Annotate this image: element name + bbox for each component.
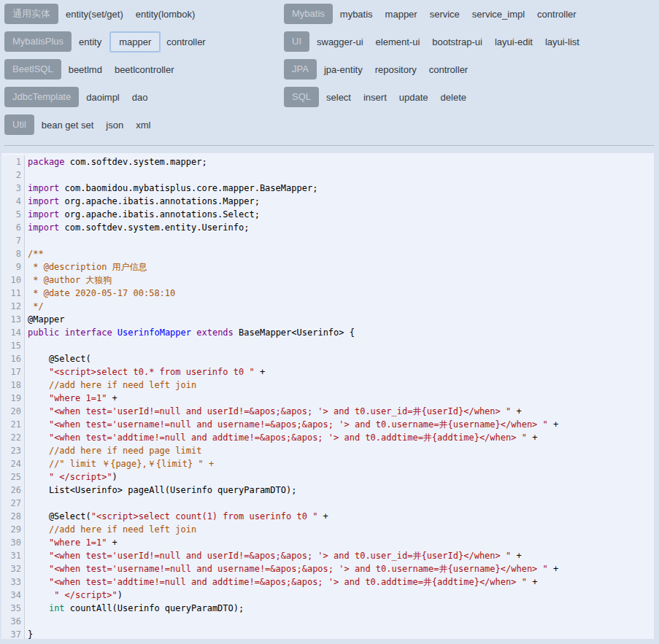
code-line[interactable]: 21 "<when test='username!=null and usern… (1, 418, 654, 431)
tag-group-row: UIswagger-uielement-uibootstrap-uilayui-… (284, 31, 659, 52)
code-line[interactable]: 31 "<when test='userId!=null and userId!… (1, 549, 654, 562)
code-token: //add here if need left join (49, 380, 196, 390)
template-item[interactable]: bean get set (42, 120, 94, 131)
template-item-selected[interactable]: mapper (109, 31, 161, 53)
code-line[interactable]: 15 (1, 339, 654, 352)
template-item[interactable]: xml (136, 120, 150, 131)
line-content: "<script>select t0.* from userinfo t0 " … (25, 365, 265, 379)
template-item[interactable]: controller (166, 36, 205, 47)
line-content: import org.apache.ibatis.annotations.Map… (25, 195, 260, 208)
code-token: import (28, 183, 59, 193)
group-button-mybatis-plus[interactable]: MybatisPlus (4, 31, 72, 52)
template-item[interactable]: layui-list (545, 36, 579, 47)
template-item[interactable]: jpa-entity (324, 64, 363, 75)
group-button-util[interactable]: Util (4, 115, 34, 135)
code-line[interactable]: 22 "<when test='addtime!=null and addtim… (1, 431, 654, 444)
group-button-jdbctemplate[interactable]: JdbcTemplate (4, 87, 79, 107)
code-token: } (28, 629, 33, 640)
code-editor[interactable]: 1package com.softdev.system.mapper;23imp… (1, 152, 655, 640)
code-line[interactable]: 26 List<Userinfo> pageAll(Userinfo query… (1, 484, 654, 497)
code-token: + (527, 432, 537, 443)
group-button-ui[interactable]: UI (284, 31, 309, 52)
line-number: 7 (1, 234, 25, 247)
template-item[interactable]: swagger-ui (317, 36, 363, 47)
template-item[interactable]: element-ui (376, 36, 420, 47)
template-item[interactable]: daoimpl (86, 92, 120, 103)
code-line[interactable]: 9 * @description 用户信息 (1, 260, 654, 273)
code-token: "<when test='userId!=null and userId!=&a… (49, 406, 511, 416)
code-line[interactable]: 37} (1, 628, 654, 640)
group-button-beetlsql[interactable]: BeetlSQL (4, 59, 61, 79)
template-item[interactable]: entity(lombok) (136, 9, 196, 20)
code-line[interactable]: 14public interface UserinfoMapper extend… (1, 326, 654, 339)
template-item[interactable]: entity (79, 36, 101, 47)
template-item[interactable]: insert (363, 92, 387, 103)
template-item[interactable]: update (399, 92, 428, 103)
code-line[interactable]: 19 "where 1=1" + (1, 392, 654, 405)
code-line[interactable]: 5import org.apache.ibatis.annotations.Se… (1, 208, 654, 221)
template-item[interactable]: delete (441, 92, 466, 103)
template-item[interactable]: mybatis (340, 9, 373, 20)
code-line[interactable]: 23 //add here if need page limit (1, 444, 654, 457)
code-line[interactable]: 17 "<script>select t0.* from userinfo t0… (1, 365, 654, 379)
code-line[interactable]: 2 (1, 168, 654, 182)
code-line[interactable]: 1package com.softdev.system.mapper; (1, 155, 654, 168)
code-token: package (28, 157, 65, 167)
template-item[interactable]: json (106, 120, 123, 131)
code-line[interactable]: 24 //" limit ￥{page},￥{limit} " + (1, 457, 654, 470)
code-token: ) (112, 472, 117, 482)
code-line[interactable]: 30 "where 1=1" + (1, 536, 654, 549)
group-button-common-entity[interactable]: 通用实体 (4, 4, 58, 24)
template-item[interactable]: beetlcontroller (115, 64, 174, 75)
code-token: org.apache.ibatis.annotations.Select; (59, 209, 260, 220)
code-line[interactable]: 18 //add here if need left join (1, 379, 654, 392)
code-line[interactable]: 11 * @date 2020-05-17 00:58:10 (1, 287, 654, 300)
code-line[interactable]: 27 (1, 497, 654, 510)
code-line[interactable]: 25 " </script>") (1, 470, 654, 484)
line-number: 17 (1, 365, 25, 379)
code-line[interactable]: 29 //add here if need left join (1, 523, 654, 536)
code-line[interactable]: 33 "<when test='addtime!=null and addtim… (1, 575, 654, 589)
code-token: " </script>" (49, 472, 112, 482)
code-line[interactable]: 13@Mapper (1, 313, 654, 326)
code-token: + (255, 367, 265, 377)
code-token (28, 367, 49, 377)
code-line[interactable]: 4import org.apache.ibatis.annotations.Ma… (1, 195, 654, 208)
code-line[interactable]: 7 (1, 234, 654, 247)
tag-group-row: JdbcTemplatedaoimpldao (4, 87, 284, 107)
code-line[interactable]: 36 (1, 615, 654, 628)
code-line[interactable]: 34 " </script>") (1, 589, 654, 602)
template-item[interactable]: select (326, 92, 351, 103)
line-content: package com.softdev.system.mapper; (25, 155, 207, 168)
template-item[interactable]: layui-edit (495, 36, 533, 47)
code-line[interactable]: 28 @Select("<script>select count(1) from… (1, 510, 654, 523)
code-line[interactable]: 32 "<when test='username!=null and usern… (1, 562, 654, 575)
group-button-jpa[interactable]: JPA (284, 59, 317, 79)
template-selector: 通用实体entity(set/get)entity(lombok)Mybatis… (0, 0, 659, 142)
code-line[interactable]: 10 * @author 大狼狗 (1, 273, 654, 287)
template-item[interactable]: dao (132, 92, 148, 103)
code-line[interactable]: 16 @Select( (1, 352, 654, 365)
template-item[interactable]: controller (429, 64, 468, 75)
code-line[interactable]: 3import com.baomidou.mybatisplus.core.ma… (1, 182, 654, 195)
template-item[interactable]: service (430, 9, 460, 20)
code-line[interactable]: 8/** (1, 247, 654, 260)
template-item[interactable]: entity(set/get) (66, 9, 123, 20)
code-token: + (511, 551, 521, 561)
group-button-mybatis[interactable]: Mybatis (284, 4, 333, 24)
line-content: List<Userinfo> pageAll(Userinfo queryPar… (25, 484, 296, 497)
code-line[interactable]: 20 "<when test='userId!=null and userId!… (1, 405, 654, 418)
code-line[interactable]: 6import com.softdev.system.entity.Userin… (1, 221, 654, 234)
group-button-sql[interactable]: SQL (284, 87, 319, 107)
template-item[interactable]: beetlmd (69, 64, 102, 75)
template-item[interactable]: repository (375, 64, 417, 75)
template-item[interactable]: mapper (385, 9, 417, 20)
code-line[interactable]: 12 */ (1, 300, 654, 313)
line-content: @Mapper (25, 313, 65, 326)
template-item[interactable]: bootstrap-ui (432, 36, 482, 47)
template-item[interactable]: controller (537, 9, 576, 20)
line-content: "<when test='userId!=null and userId!=&a… (25, 549, 522, 562)
template-item[interactable]: service_impl (472, 9, 525, 20)
code-token: "<when test='username!=null and username… (49, 419, 548, 430)
code-line[interactable]: 35 int countAll(Userinfo queryParamDTO); (1, 602, 654, 615)
